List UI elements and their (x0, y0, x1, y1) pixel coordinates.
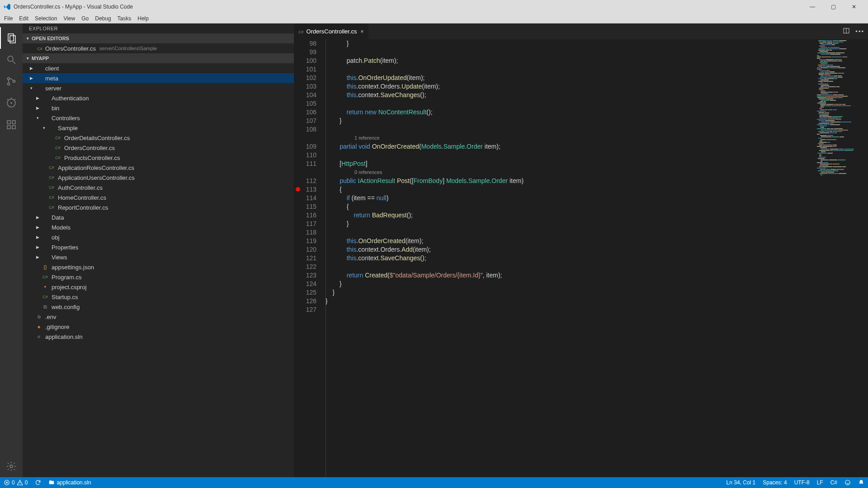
tree-item[interactable]: appsettings.json (23, 262, 294, 272)
activity-explorer[interactable] (0, 27, 23, 49)
tree-item[interactable]: OrdersController.cs (23, 143, 294, 153)
tree-item[interactable]: ▾Sample (23, 123, 294, 133)
code-line[interactable]: { (326, 185, 814, 194)
status-language[interactable]: C# (827, 479, 841, 486)
status-indent[interactable]: Spaces: 4 (759, 479, 790, 486)
tree-item[interactable]: .gitignore (23, 322, 294, 332)
tree-item[interactable]: ▾Controllers (23, 113, 294, 123)
code-line[interactable]: } (326, 288, 814, 297)
menu-edit[interactable]: Edit (16, 14, 32, 23)
env-icon (35, 313, 42, 320)
menu-view[interactable]: View (60, 14, 78, 23)
codelens[interactable]: 0 references (326, 168, 814, 177)
status-sync[interactable] (31, 479, 45, 486)
tree-item[interactable]: ▶meta (23, 73, 294, 83)
code-line[interactable]: this.context.Orders.Add(item); (326, 245, 814, 254)
code-line[interactable] (326, 305, 814, 314)
tree-item[interactable]: ▶Properties (23, 242, 294, 252)
editor-tab[interactable]: OrdersController.cs× (294, 23, 369, 39)
activity-source-control[interactable] (0, 70, 23, 92)
tree-item[interactable]: ▾server (23, 83, 294, 93)
code-line[interactable]: return new NoContentResult(); (326, 108, 814, 117)
code-line[interactable]: { (326, 202, 814, 211)
code-line[interactable]: [HttpPost] (326, 160, 814, 168)
activity-settings[interactable] (0, 455, 23, 477)
code-line[interactable]: this.context.Orders.Update(item); (326, 82, 814, 91)
tree-item[interactable]: .env (23, 312, 294, 322)
twist-icon: ▶ (29, 66, 33, 70)
code-line[interactable]: partial void OnOrderCreated(Models.Sampl… (326, 142, 814, 151)
tree-item[interactable]: web.config (23, 302, 294, 312)
code-line[interactable] (326, 48, 814, 56)
tree-item[interactable]: Program.cs (23, 272, 294, 282)
tree-item[interactable]: ApplicationUsersController.cs (23, 173, 294, 183)
code-line[interactable] (326, 228, 814, 237)
tree-item[interactable]: OrderDetailsController.cs (23, 133, 294, 143)
tree-item[interactable]: ▶Models (23, 222, 294, 232)
menu-debug[interactable]: Debug (92, 14, 114, 23)
project-header[interactable]: ▾ MYAPP (23, 53, 294, 63)
open-editors-header[interactable]: ▾ OPEN EDITORS (23, 33, 294, 43)
tree-item[interactable]: AuthController.cs (23, 183, 294, 192)
code-line[interactable]: return BadRequest(); (326, 211, 814, 220)
tree-item[interactable]: ReportController.cs (23, 202, 294, 212)
activity-debug[interactable] (0, 92, 23, 114)
window-maximize-button[interactable]: ▢ (823, 0, 844, 14)
code-line[interactable]: this.context.SaveChanges(); (326, 254, 814, 263)
tree-item[interactable]: project.csproj (23, 282, 294, 292)
code-line[interactable]: } (326, 117, 814, 125)
status-solution[interactable]: application.sln (45, 479, 94, 486)
code-line[interactable]: } (326, 39, 814, 48)
code-line[interactable]: public IActionResult Post([FromBody] Mod… (326, 177, 814, 185)
code-line[interactable]: return Created($"odata/Sample/Orders/{it… (326, 271, 814, 280)
code-line[interactable]: } (326, 297, 814, 305)
activity-search[interactable] (0, 49, 23, 70)
menu-tasks[interactable]: Tasks (114, 14, 135, 23)
status-encoding[interactable]: UTF-8 (791, 479, 813, 486)
activity-extensions[interactable] (0, 114, 23, 136)
code-line[interactable]: if (item == null) (326, 194, 814, 202)
tree-item[interactable]: ▶Views (23, 252, 294, 262)
code-line[interactable] (326, 151, 814, 160)
tree-item[interactable]: ▶obj (23, 232, 294, 242)
codelens[interactable]: 1 reference (326, 134, 814, 142)
code-line[interactable]: } (326, 280, 814, 288)
code-line[interactable]: } (326, 220, 814, 228)
menu-file[interactable]: File (1, 14, 16, 23)
menu-help[interactable]: Help (134, 14, 152, 23)
status-notifications-icon[interactable] (854, 479, 868, 486)
code-line[interactable] (326, 263, 814, 271)
status-eol[interactable]: LF (813, 479, 827, 486)
tree-item[interactable]: ▶Authentication (23, 93, 294, 103)
code-line[interactable] (326, 99, 814, 108)
git-icon (35, 323, 42, 330)
tree-item[interactable]: ▶bin (23, 103, 294, 113)
tree-item[interactable]: ▶Data (23, 212, 294, 222)
code-line[interactable]: this.OnOrderCreated(item); (326, 237, 814, 245)
code-line[interactable] (326, 65, 814, 74)
window-minimize-button[interactable]: — (802, 0, 823, 14)
breakpoint-icon[interactable] (296, 187, 300, 192)
more-actions-icon[interactable]: ••• (855, 28, 864, 35)
tree-item[interactable]: ▶client (23, 63, 294, 73)
menu-go[interactable]: Go (78, 14, 92, 23)
tab-close-icon[interactable]: × (361, 28, 364, 35)
status-errors[interactable]: 0 0 (0, 479, 31, 486)
window-close-button[interactable]: ✕ (844, 0, 864, 14)
editor-body[interactable]: 9899100101102103104105106107108109110111… (294, 39, 868, 477)
tree-item[interactable]: application.sln (23, 332, 294, 342)
tree-item[interactable]: ApplicationRolesController.cs (23, 163, 294, 173)
split-editor-icon[interactable] (843, 27, 850, 36)
tree-item[interactable]: HomeController.cs (23, 192, 294, 202)
code-line[interactable] (326, 125, 814, 134)
open-editor-item[interactable]: ×OrdersController.csserver\Controllers\S… (23, 43, 294, 53)
menu-selection[interactable]: Selection (32, 14, 60, 23)
tree-item[interactable]: ProductsController.cs (23, 153, 294, 163)
status-cursor[interactable]: Ln 34, Col 1 (723, 479, 760, 486)
code-line[interactable]: this.OnOrderUpdated(item); (326, 74, 814, 82)
minimap[interactable] (814, 39, 868, 477)
code-line[interactable]: this.context.SaveChanges(); (326, 91, 814, 99)
code-line[interactable]: patch.Patch(item); (326, 56, 814, 65)
status-feedback-icon[interactable] (841, 479, 854, 486)
tree-item[interactable]: Startup.cs (23, 292, 294, 302)
